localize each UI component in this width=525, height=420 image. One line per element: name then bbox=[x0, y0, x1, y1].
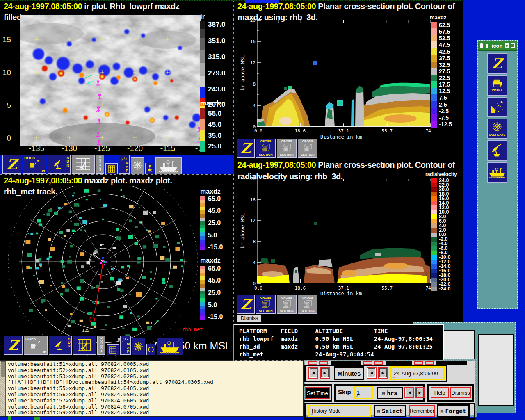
satellite-image[interactable] bbox=[20, 15, 201, 146]
desktop: 24-aug-1997,08:05:00 ir plot. Rhb_lowprf… bbox=[0, 0, 525, 420]
sat-y-tick-label: 0 bbox=[7, 134, 11, 143]
smallgrid-button[interactable] bbox=[105, 163, 118, 174]
gridradar-button[interactable] bbox=[72, 155, 95, 174]
ship-button[interactable] bbox=[157, 338, 183, 355]
minutes-button[interactable]: Minutes bbox=[334, 366, 364, 380]
terminal-scroll-thumb[interactable] bbox=[1, 361, 5, 377]
set-time-button[interactable]: Set Time bbox=[305, 387, 330, 399]
satellite-icon-button[interactable] bbox=[487, 97, 507, 117]
sat-title-time: 24-aug-1997,08:05:00 bbox=[4, 2, 82, 11]
colorbar-cell bbox=[200, 273, 205, 277]
skip-field[interactable]: 1^ bbox=[354, 386, 373, 399]
colorbar-cell bbox=[200, 288, 205, 291]
z-button[interactable]: Z bbox=[4, 336, 23, 355]
bounds-button[interactable]: BOUNDS bbox=[97, 336, 105, 355]
colorbar-cell bbox=[431, 205, 437, 210]
platform-table: PLATFORM FIELD ALTITUDE TIME rhb_lowprf … bbox=[234, 324, 444, 360]
ship-button[interactable] bbox=[155, 157, 182, 174]
y-tick-label: 16 bbox=[250, 197, 256, 203]
top-border-stipple bbox=[0, 0, 463, 1]
bounds-button[interactable]: BOUNDS bbox=[96, 155, 104, 174]
colorbar-cell bbox=[200, 247, 205, 250]
overlays-icon-button[interactable]: OVERLAYS bbox=[487, 119, 507, 139]
goes-button[interactable]: GOES.IR bbox=[24, 336, 48, 355]
colorbar-cell bbox=[200, 313, 205, 316]
skip-forward-button[interactable]: ▶ bbox=[415, 387, 425, 398]
radar-ppi-display[interactable]: -125 bbox=[0, 186, 234, 361]
table-dismiss-button[interactable]: Dismiss bbox=[237, 314, 262, 322]
ship-track-red-line bbox=[93, 262, 103, 316]
history-mode-field[interactable]: History Mode^ bbox=[308, 405, 371, 417]
forget-menu-button[interactable]: ▤Forget bbox=[437, 404, 470, 418]
colorbar-cell bbox=[200, 232, 205, 236]
cross-section-button[interactable]: CROSSSECTION bbox=[277, 139, 297, 158]
z-logo-button[interactable]: Z bbox=[237, 295, 255, 314]
control-dismiss-button[interactable]: Dismiss bbox=[450, 387, 471, 398]
colorbar-cell bbox=[200, 196, 205, 200]
hrs-menu-button[interactable]: ▤hrs bbox=[377, 387, 403, 399]
colorbar-cell bbox=[200, 141, 205, 152]
cross-section-button-active[interactable]: CROSSSECTION bbox=[256, 295, 276, 314]
map-button[interactable]: MAP bbox=[120, 336, 131, 355]
sur-button[interactable]: SUR bbox=[48, 155, 71, 174]
colorbar-tick-label: 315.0 bbox=[208, 53, 226, 61]
gridradar-button[interactable] bbox=[73, 336, 96, 355]
colorbar-tick-label: 22.5 bbox=[439, 75, 450, 81]
select-menu-button[interactable]: ▤Select bbox=[374, 405, 406, 417]
x-tick-label: 74 bbox=[425, 128, 431, 134]
colorbar-cell bbox=[200, 228, 205, 232]
xsec-radialvelocity-plot[interactable] bbox=[257, 179, 431, 284]
minutes-back-button[interactable]: ◀ bbox=[308, 367, 318, 379]
buoy-button[interactable] bbox=[145, 163, 154, 174]
z-logo-icon-button[interactable]: Z bbox=[487, 53, 507, 74]
icon-window-titlebar[interactable]: icon bbox=[478, 41, 517, 51]
radar-maxdz1-colorbar: 65.045.025.05.0-15.0 bbox=[200, 196, 233, 250]
sat-x-tick-label: -115 bbox=[160, 144, 176, 153]
colorbar-tick-label: 37.5 bbox=[439, 55, 450, 62]
colorbar-tick-label: 45.0 bbox=[208, 121, 221, 129]
sur-button[interactable]: SUR bbox=[49, 336, 72, 355]
map-button[interactable]: MAP bbox=[119, 155, 130, 174]
window-doc-icon[interactable] bbox=[486, 43, 489, 48]
radar-toolbar: ZGOES.IRSURBOUNDSMAP bbox=[4, 336, 196, 355]
print-icon-button[interactable]: PRINT bbox=[487, 75, 507, 96]
colorbar-cell bbox=[431, 273, 437, 278]
radialvelocity-contours bbox=[257, 222, 430, 283]
wheel-button[interactable] bbox=[131, 157, 144, 174]
colorbar-tick-label: -15.0 bbox=[208, 244, 223, 251]
sat-x-tick-label: -135 bbox=[29, 144, 44, 153]
cross-section-button-active[interactable]: CROSSSECTION bbox=[256, 139, 276, 158]
xsec-maxdz-plot[interactable] bbox=[257, 20, 431, 128]
circle-button[interactable] bbox=[146, 344, 155, 355]
smallgrid-button[interactable] bbox=[107, 344, 119, 355]
cross-section-button[interactable]: CROSSSECTION bbox=[298, 139, 317, 158]
cross-section-button[interactable]: CROSSSECTION bbox=[277, 295, 297, 314]
dish-icon-button[interactable] bbox=[487, 140, 507, 161]
z-button[interactable]: Z bbox=[2, 155, 21, 174]
x-tick-label: 37.1 bbox=[338, 128, 349, 134]
z-logo-button[interactable]: Z bbox=[237, 139, 255, 158]
wheel-button[interactable] bbox=[132, 338, 145, 355]
remember-button[interactable]: Remember bbox=[409, 405, 435, 417]
goes-button[interactable]: GOES.IR bbox=[23, 155, 46, 174]
colorbar-cell bbox=[431, 282, 437, 287]
window-menu-icon[interactable] bbox=[480, 43, 483, 48]
time-forward-button[interactable]: ▶ bbox=[378, 367, 388, 379]
minutes-forward-button[interactable]: ▶ bbox=[320, 367, 330, 379]
xsec2-x-axis-label: Distance in km bbox=[320, 291, 362, 297]
window-minimize-icon[interactable] bbox=[505, 43, 509, 48]
terminal-scrollbar[interactable] bbox=[0, 361, 6, 416]
help-button[interactable]: Help bbox=[431, 387, 449, 398]
colorbar-tick-label: -2.5 bbox=[439, 108, 449, 114]
background-panel-right bbox=[478, 334, 514, 406]
colorbar-cell bbox=[200, 309, 205, 313]
terminal-window[interactable]: volume:beaufait:51>xdump.all 970824.0005… bbox=[0, 360, 304, 417]
colorbar-cell bbox=[431, 251, 437, 255]
time-field[interactable]: 24-Aug-97,8:05:00^ bbox=[390, 366, 445, 380]
cross-section-button[interactable]: CROSSSECTION bbox=[298, 295, 317, 314]
skip-back-button[interactable]: ◀ bbox=[404, 387, 414, 398]
time-back-button[interactable]: ◀ bbox=[367, 367, 377, 379]
ship2-icon-button[interactable] bbox=[487, 162, 507, 183]
colorbar-cell bbox=[200, 306, 205, 309]
window-shade-icon[interactable] bbox=[511, 43, 515, 48]
